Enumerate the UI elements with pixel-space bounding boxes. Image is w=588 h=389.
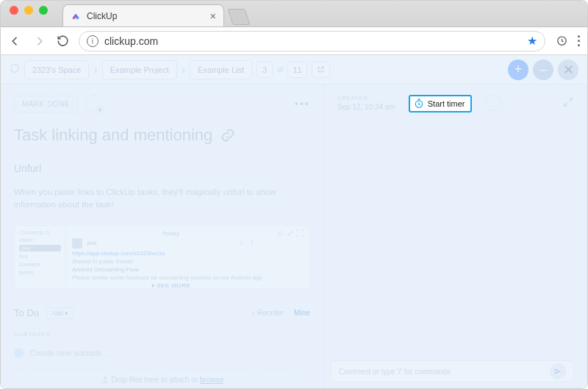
app-toolbar: 2323's Space › Example Project › Example… [1, 55, 587, 85]
site-info-icon[interactable]: i [87, 35, 98, 47]
minimize-button[interactable]: – [533, 60, 553, 80]
todo-heading: To Do [14, 307, 39, 318]
nav-back-icon[interactable] [8, 35, 23, 48]
breadcrumb-project[interactable]: Example Project [102, 60, 177, 79]
new-subtask-input[interactable]: Create new subtask... [14, 348, 310, 358]
unfurl-description: When you paste links to ClickUp tasks, t… [14, 186, 310, 212]
section-unfurl-heading: Unfurl [14, 163, 310, 174]
channel-item: lovelace [19, 261, 61, 268]
created-value: Sep 12, 10:34 am [337, 103, 395, 111]
browser-menu-icon[interactable] [578, 35, 580, 46]
task-more-menu[interactable]: ••• [295, 98, 310, 110]
subtask-bullet-icon [14, 348, 24, 358]
due-date-add[interactable] [485, 95, 501, 111]
browser-toolbar: i clickup.com ★ [1, 27, 587, 55]
chevron-right-icon: › [182, 63, 185, 76]
timer-icon [414, 99, 424, 109]
start-timer-label: Start timer [428, 99, 465, 108]
embed-footer-icons: ☺ ⤢ ⛶ [276, 226, 309, 238]
window-close-dot[interactable] [10, 6, 18, 15]
task-title-text: Task linking and mentioning [14, 126, 212, 145]
channel-item: drip [19, 245, 61, 251]
extension-clickup-icon[interactable] [554, 35, 569, 47]
plus-icon: + [96, 105, 104, 114]
comment-placeholder: Comment or type '/' for commands [339, 368, 451, 376]
created-label: CREATED [337, 95, 395, 101]
send-icon[interactable] [550, 363, 566, 379]
start-timer-button[interactable]: Start timer [409, 95, 473, 113]
task-index: 3 [257, 62, 273, 78]
embed-line: Shared in public thread [72, 258, 270, 265]
expand-icon[interactable] [562, 96, 574, 111]
tab-title: ClickUp [87, 11, 204, 21]
refresh-icon[interactable] [10, 63, 20, 76]
channel-item: client [19, 237, 61, 243]
traffic-lights [1, 6, 57, 22]
browser-tab[interactable]: ClickUp × [62, 4, 224, 26]
clickup-favicon-icon [71, 11, 81, 21]
add-todo-button[interactable]: Add ▾ [46, 307, 74, 319]
dropzone-browse-link[interactable]: browse [200, 376, 223, 384]
url-text: clickup.com [104, 35, 521, 47]
window-titlebar: ClickUp × [1, 1, 587, 27]
assignee-add[interactable]: + [85, 95, 103, 113]
nav-reload-icon[interactable] [55, 35, 70, 47]
embed-user: zeb [87, 240, 96, 246]
new-subtask-placeholder: Create new subtask... [30, 349, 108, 357]
dropzone-text: Drop files here to attach or [111, 376, 200, 384]
created-meta: CREATED Sep 12, 10:34 am [337, 95, 395, 111]
window-zoom-dot[interactable] [39, 6, 48, 15]
link-icon [220, 127, 236, 143]
comment-input[interactable]: Comment or type '/' for commands [331, 360, 574, 382]
close-button[interactable]: ✕ [558, 60, 578, 80]
channel-item: feeds [19, 269, 61, 276]
address-bar[interactable]: i clickup.com ★ [79, 31, 545, 51]
embed-actions: ☆ ⤴ ⋯ [238, 240, 270, 246]
breadcrumb-space[interactable]: 2323's Space [24, 60, 89, 79]
new-tab-button[interactable] [227, 9, 250, 25]
add-button[interactable]: + [508, 60, 528, 80]
open-external-icon[interactable] [312, 62, 330, 78]
of-label: of [277, 65, 283, 74]
embed-line: Android Onboarding Flow [72, 266, 270, 273]
embed-line: Please create some mockups for onboardin… [72, 274, 270, 281]
task-total: 11 [287, 62, 306, 78]
chevron-right-icon: › [93, 63, 97, 76]
channel-item: live [19, 253, 61, 260]
task-title[interactable]: Task linking and mentioning [14, 126, 310, 145]
nav-forward-icon [32, 35, 46, 48]
slack-unfurl-preview: CHANNELS client drip live lovelace feeds… [14, 225, 310, 290]
breadcrumb-list[interactable]: Example List [190, 60, 252, 79]
subtasks-label: SUBTASKS [14, 331, 310, 338]
avatar-icon [72, 238, 82, 249]
tab-close-icon[interactable]: × [210, 10, 216, 22]
mark-done-button[interactable]: MARK DONE [14, 96, 78, 113]
attachment-dropzone[interactable]: Drop files here to attach or browse [14, 368, 310, 389]
today-label: Today [72, 230, 270, 237]
see-more-link[interactable]: ▾ SEE MORE [72, 282, 270, 289]
bookmark-star-icon[interactable]: ★ [527, 34, 537, 48]
window-minimize-dot[interactable] [24, 6, 33, 15]
reorder-link[interactable]: ↕ Reorder [251, 309, 284, 317]
channels-label: CHANNELS [19, 230, 61, 235]
embed-link: https://app.clickup.com/t/2323/w1ss [72, 250, 270, 257]
mine-filter[interactable]: Mine [294, 309, 310, 317]
